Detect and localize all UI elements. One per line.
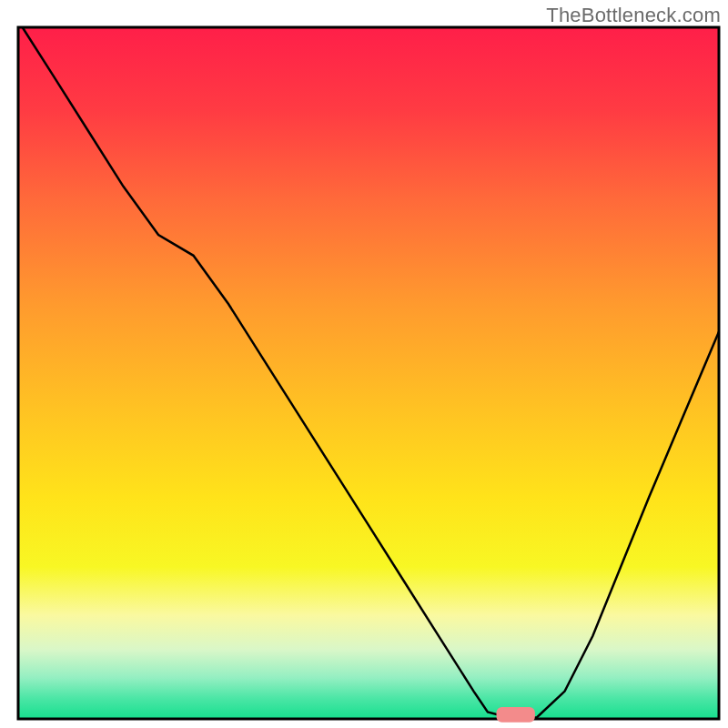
- chart-container: TheBottleneck.com: [0, 0, 728, 728]
- plot-background: [18, 27, 719, 719]
- watermark-text: TheBottleneck.com: [546, 4, 721, 27]
- bottleneck-chart: [0, 0, 728, 728]
- optimal-point-marker: [497, 707, 535, 723]
